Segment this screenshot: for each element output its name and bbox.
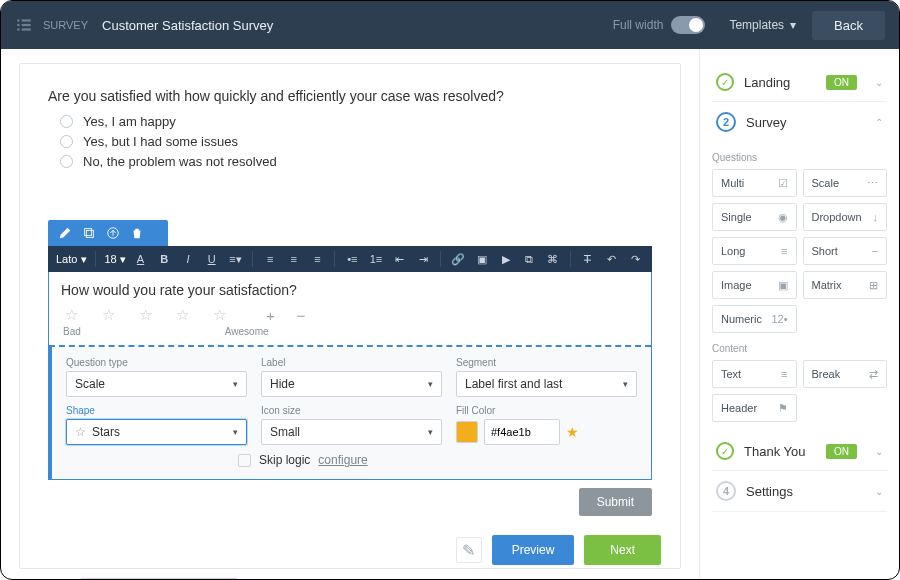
clear-format-icon[interactable]: T̶ [579, 250, 597, 268]
font-select[interactable]: Lato▾ [56, 253, 87, 266]
color-swatch[interactable] [456, 421, 478, 443]
align-center-icon[interactable]: ≡ [285, 250, 303, 268]
type-dropdown[interactable]: Dropdown↓ [803, 203, 888, 231]
underline-icon[interactable]: U [203, 250, 221, 268]
svg-rect-3 [22, 24, 31, 26]
q1-option[interactable]: Yes, but I had some issues [60, 134, 652, 149]
label-field-label: Label [261, 357, 442, 368]
star-icon[interactable]: ☆ [139, 306, 152, 324]
scale-label-right[interactable]: Awesome [225, 326, 269, 337]
image-icon[interactable]: ▣ [473, 250, 491, 268]
content-header[interactable]: Header⚑ [712, 394, 797, 422]
preview-button[interactable]: Preview [492, 535, 575, 565]
submit-button[interactable]: Submit [579, 488, 652, 516]
star-icon[interactable]: ☆ [213, 306, 226, 324]
video-icon[interactable]: ▶ [497, 250, 515, 268]
label-select[interactable]: Hide▾ [261, 371, 442, 397]
on-badge: ON [826, 75, 857, 90]
embed-icon[interactable]: ⧉ [520, 250, 538, 268]
icon-size-select[interactable]: Small▾ [261, 419, 442, 445]
list-ol-icon[interactable]: 1≡ [367, 250, 385, 268]
align-left-icon[interactable]: ≡ [261, 250, 279, 268]
multi-icon: ☑ [778, 177, 788, 190]
outdent-icon[interactable]: ⇤ [391, 250, 409, 268]
single-icon: ◉ [778, 211, 788, 224]
image-icon: ▣ [778, 279, 788, 292]
segment-label: Segment [456, 357, 637, 368]
scale-label-left[interactable]: Bad [63, 326, 81, 337]
step-thank-you[interactable]: ✓ Thank You ON ⌄ [712, 432, 887, 471]
type-single[interactable]: Single◉ [712, 203, 797, 231]
undo-icon[interactable]: ↶ [603, 250, 621, 268]
star-icon[interactable]: ☆ [102, 306, 115, 324]
add-star-icon[interactable]: + [266, 307, 275, 324]
question-2-text[interactable]: How would you rate your satisfaction? [61, 282, 639, 298]
svg-rect-4 [17, 28, 19, 30]
segment-select[interactable]: Label first and last▾ [456, 371, 637, 397]
step-survey[interactable]: 2 Survey ⌃ [712, 102, 887, 142]
chevron-down-icon: ▾ [428, 427, 433, 437]
break-icon: ⇄ [869, 368, 878, 381]
type-numeric[interactable]: Numeric12• [712, 305, 797, 333]
star-icon[interactable]: ☆ [65, 306, 78, 324]
question-editor: Lato▾ 18▾ A B I U ≡▾ ≡ ≡ ≡ ⦁≡ 1≡ ⇤ ⇥ [48, 220, 652, 480]
list-ul-icon[interactable]: ⦁≡ [343, 250, 361, 268]
question-settings: Question typeScale▾ LabelHide▾ SegmentLa… [49, 347, 651, 479]
bold-icon[interactable]: B [155, 250, 173, 268]
upload-icon[interactable] [106, 226, 120, 240]
color-hex-input[interactable]: #f4ae1b [484, 419, 560, 445]
rich-text-toolbar: Lato▾ 18▾ A B I U ≡▾ ≡ ≡ ≡ ⦁≡ 1≡ ⇤ ⇥ [48, 246, 652, 272]
remove-star-icon[interactable]: − [297, 307, 306, 324]
question-type-select[interactable]: Scale▾ [66, 371, 247, 397]
configure-link[interactable]: configure [318, 453, 367, 467]
next-button[interactable]: Next [584, 535, 661, 565]
skip-logic-checkbox[interactable] [238, 454, 251, 467]
step-settings[interactable]: 4 Settings ⌄ [712, 471, 887, 512]
indent-icon[interactable]: ⇥ [415, 250, 433, 268]
font-size-select[interactable]: 18▾ [104, 253, 125, 266]
duplicate-icon[interactable] [82, 226, 96, 240]
content-text[interactable]: Text≡ [712, 360, 797, 388]
full-width-label: Full width [613, 18, 664, 32]
line-height-icon[interactable]: ≡▾ [227, 250, 245, 268]
content-break[interactable]: Break⇄ [803, 360, 888, 388]
step-number-icon: 2 [716, 112, 736, 132]
long-icon: ≡ [781, 245, 787, 257]
pencil-icon[interactable] [58, 226, 72, 240]
short-icon: − [872, 245, 878, 257]
question-type-label: Question type [66, 357, 247, 368]
type-short[interactable]: Short− [803, 237, 888, 265]
dropdown-icon: ↓ [873, 211, 879, 223]
q1-option[interactable]: No, the problem was not resolved [60, 154, 652, 169]
step-landing[interactable]: ✓ Landing ON ⌄ [712, 63, 887, 102]
check-circle-icon: ✓ [716, 442, 734, 460]
italic-icon[interactable]: I [179, 250, 197, 268]
align-right-icon[interactable]: ≡ [309, 250, 327, 268]
type-image[interactable]: Image▣ [712, 271, 797, 299]
star-icon[interactable]: ☆ [176, 306, 189, 324]
svg-rect-7 [86, 230, 93, 237]
font-color-icon[interactable]: A [132, 250, 150, 268]
survey-title[interactable]: Customer Satisfaction Survey [102, 18, 273, 33]
theme-brush-icon[interactable]: ✎ [456, 537, 482, 563]
header-icon: ⚑ [778, 402, 788, 415]
shape-select[interactable]: ☆Stars▾ [66, 419, 247, 445]
full-width-toggle[interactable] [671, 16, 705, 34]
type-matrix[interactable]: Matrix⊞ [803, 271, 888, 299]
chevron-down-icon: ▾ [790, 18, 796, 32]
type-multi[interactable]: Multi☑ [712, 169, 797, 197]
text-icon: ≡ [781, 368, 787, 380]
templates-menu[interactable]: Templates▾ [729, 18, 796, 32]
star-scale[interactable]: ☆ ☆ ☆ ☆ ☆ + − [61, 304, 639, 326]
on-badge: ON [826, 444, 857, 459]
type-scale[interactable]: Scale⋯ [803, 169, 888, 197]
q1-option[interactable]: Yes, I am happy [60, 114, 652, 129]
content-types: Text≡ Break⇄ Header⚑ [712, 360, 887, 422]
link-icon[interactable]: 🔗 [449, 250, 467, 268]
back-button[interactable]: Back [812, 11, 885, 40]
survey-label: SURVEY [43, 19, 88, 31]
code-icon[interactable]: ⌘ [544, 250, 562, 268]
trash-icon[interactable] [130, 226, 144, 240]
type-long[interactable]: Long≡ [712, 237, 797, 265]
redo-icon[interactable]: ↷ [626, 250, 644, 268]
